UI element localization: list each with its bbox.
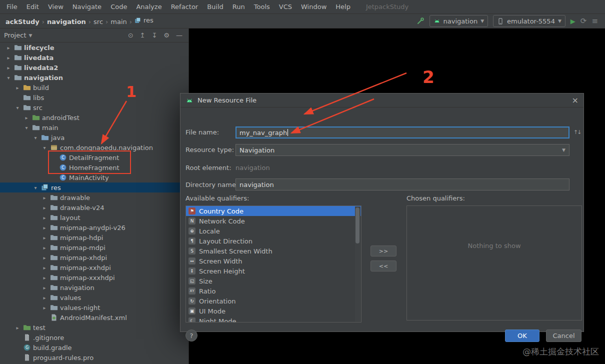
tree-row-src[interactable]: ▾src bbox=[0, 102, 188, 112]
directory-name-input[interactable]: navigation bbox=[236, 178, 570, 190]
scrollbar-thumb[interactable] bbox=[356, 208, 360, 244]
tree-row-mipmap-hdpi[interactable]: ▸mipmap-hdpi bbox=[0, 232, 188, 242]
wrench-icon[interactable] bbox=[416, 17, 424, 25]
tree-row-mipmap-xhdpi[interactable]: ▸mipmap-xhdpi bbox=[0, 252, 188, 262]
qualifier-item-screen-width[interactable]: ↔Screen Width bbox=[186, 256, 361, 266]
tree-row-libs[interactable]: libs bbox=[0, 92, 188, 102]
qualifier-item-ratio[interactable]: XYRatio bbox=[186, 286, 361, 296]
qualifier-item-layout-direction[interactable]: ¶Layout Direction bbox=[186, 236, 361, 246]
tree-row-java[interactable]: ▾java bbox=[0, 132, 188, 142]
qualifier-item-smallest-screen-width[interactable]: SSmallest Screen Width bbox=[186, 246, 361, 256]
chevron-right-icon[interactable]: ▸ bbox=[13, 325, 22, 330]
breadcrumb-item-ackstudy[interactable]: ackStudy bbox=[4, 18, 41, 26]
tree-row-drawable[interactable]: ▸drawable bbox=[0, 192, 188, 202]
menu-item-edit[interactable]: Edit bbox=[22, 3, 44, 10]
ok-button[interactable]: OK bbox=[505, 330, 540, 342]
qualifier-item-country-code[interactable]: ⚑Country Code bbox=[186, 206, 361, 216]
tree-row-mipmap-xxhdpi[interactable]: ▸mipmap-xxhdpi bbox=[0, 262, 188, 272]
qualifier-item-orientation[interactable]: ↻Orientation bbox=[186, 296, 361, 306]
chevron-down-icon[interactable]: ▾ bbox=[40, 145, 49, 150]
breadcrumb-item-src[interactable]: src bbox=[92, 18, 104, 26]
qualifier-item-locale[interactable]: ⊕Locale bbox=[186, 226, 361, 236]
tree-row-layout[interactable]: ▸layout bbox=[0, 212, 188, 222]
settings-gear-icon[interactable]: ⚙ bbox=[164, 32, 170, 39]
chevron-down-icon[interactable]: ▼ bbox=[28, 33, 32, 38]
menu-item-build[interactable]: Build bbox=[202, 3, 228, 10]
tree-row-drawable-v24[interactable]: ▸drawable-v24 bbox=[0, 202, 188, 212]
locate-file-icon[interactable]: ⊙ bbox=[128, 32, 134, 39]
chevron-right-icon[interactable]: ▸ bbox=[40, 305, 49, 310]
chevron-right-icon[interactable]: ▸ bbox=[40, 285, 49, 290]
chevron-right-icon[interactable]: ▸ bbox=[4, 55, 13, 60]
profiler-icon[interactable]: ≡ bbox=[592, 16, 598, 26]
hide-panel-icon[interactable]: — bbox=[176, 32, 182, 39]
tree-row-res[interactable]: ▾res bbox=[0, 182, 188, 192]
menu-item-navigate[interactable]: Navigate bbox=[68, 3, 106, 10]
chevron-right-icon[interactable]: ▸ bbox=[40, 205, 49, 210]
tree-row-values-night[interactable]: ▸values-night bbox=[0, 302, 188, 312]
tree-row-.gitignore[interactable]: .gitignore bbox=[0, 332, 188, 342]
run-config-select[interactable]: navigation ▼ bbox=[430, 15, 488, 27]
tree-row-main[interactable]: ▾main bbox=[0, 122, 188, 132]
menu-item-code[interactable]: Code bbox=[106, 3, 132, 10]
chevron-right-icon[interactable]: ▸ bbox=[13, 85, 22, 90]
file-name-input[interactable]: my_nav_graph bbox=[236, 126, 570, 138]
help-button[interactable]: ? bbox=[186, 330, 198, 342]
chevron-right-icon[interactable]: ▸ bbox=[40, 215, 49, 220]
chevron-right-icon[interactable]: ▸ bbox=[4, 65, 13, 70]
chevron-right-icon[interactable]: ▸ bbox=[40, 265, 49, 270]
qualifier-item-size[interactable]: ◱Size bbox=[186, 276, 361, 286]
breadcrumb-item-navigation[interactable]: navigation bbox=[46, 18, 88, 26]
project-title[interactable]: Project bbox=[4, 32, 26, 39]
chevron-right-icon[interactable]: ▸ bbox=[40, 245, 49, 250]
menu-item-refactor[interactable]: Refactor bbox=[166, 3, 203, 10]
tree-row-test[interactable]: ▸test bbox=[0, 322, 188, 332]
tree-row-HomeFragment[interactable]: CHomeFragment bbox=[0, 162, 188, 172]
chevron-right-icon[interactable]: ▸ bbox=[4, 45, 13, 50]
tree-row-AndroidManifest.xml[interactable]: AndroidManifest.xml bbox=[0, 312, 188, 322]
cancel-button[interactable]: Cancel bbox=[546, 330, 582, 342]
tree-row-livedata2[interactable]: ▸livedata2 bbox=[0, 62, 188, 72]
tree-row-androidTest[interactable]: ▸androidTest bbox=[0, 112, 188, 122]
tree-row-mipmap-mdpi[interactable]: ▸mipmap-mdpi bbox=[0, 242, 188, 252]
collapse-all-icon[interactable]: ↧ bbox=[152, 32, 157, 39]
menu-item-tools[interactable]: Tools bbox=[250, 3, 274, 10]
qualifier-item-screen-height[interactable]: ↕Screen Height bbox=[186, 266, 361, 276]
tree-row-lifecycle[interactable]: ▸lifecycle bbox=[0, 42, 188, 52]
restart-icon[interactable]: ⟳ bbox=[580, 16, 587, 26]
tree-row-DetailFragment[interactable]: CDetailFragment bbox=[0, 152, 188, 162]
chevron-right-icon[interactable]: ▸ bbox=[40, 275, 49, 280]
chevron-down-icon[interactable]: ▾ bbox=[31, 185, 40, 190]
tree-row-navigation[interactable]: ▾navigation bbox=[0, 72, 188, 82]
tree-row-build.gradle[interactable]: Gbuild.gradle bbox=[0, 342, 188, 352]
chevron-right-icon[interactable]: ▸ bbox=[22, 115, 31, 120]
menu-item-run[interactable]: Run bbox=[228, 3, 250, 10]
chevron-right-icon[interactable]: ▸ bbox=[40, 235, 49, 240]
tree-row-mipmap-xxxhdpi[interactable]: ▸mipmap-xxxhdpi bbox=[0, 272, 188, 282]
run-button[interactable]: ▶ bbox=[570, 18, 576, 25]
breadcrumb-item-res[interactable]: res bbox=[133, 16, 155, 24]
sort-icon[interactable]: ↑↓ bbox=[574, 129, 580, 136]
tree-row-mipmap-anydpi-v26[interactable]: ▸mipmap-anydpi-v26 bbox=[0, 222, 188, 232]
tree-row-proguard-rules.pro[interactable]: proguard-rules.pro bbox=[0, 352, 188, 362]
breadcrumb-item-main[interactable]: main bbox=[109, 18, 128, 26]
menu-item-analyze[interactable]: Analyze bbox=[132, 3, 166, 10]
chevron-right-icon[interactable]: ▸ bbox=[40, 225, 49, 230]
qualifier-item-network-code[interactable]: NNetwork Code bbox=[186, 216, 361, 226]
device-select[interactable]: emulator-5554 ▼ bbox=[493, 15, 566, 27]
qualifier-item-night-mode[interactable]: ☾Night Mode bbox=[186, 316, 361, 322]
chevron-down-icon[interactable]: ▾ bbox=[13, 105, 22, 110]
close-icon[interactable]: × bbox=[572, 96, 578, 105]
move-left-button[interactable]: << bbox=[370, 260, 396, 272]
chevron-right-icon[interactable]: ▸ bbox=[40, 195, 49, 200]
tree-row-livedata[interactable]: ▸livedata bbox=[0, 52, 188, 62]
tree-row-build[interactable]: ▸build bbox=[0, 82, 188, 92]
expand-all-icon[interactable]: ↥ bbox=[140, 32, 146, 39]
chevron-down-icon[interactable]: ▾ bbox=[31, 135, 40, 140]
menu-item-window[interactable]: Window bbox=[296, 3, 331, 10]
menu-item-help[interactable]: Help bbox=[331, 3, 355, 10]
menu-item-view[interactable]: View bbox=[44, 3, 68, 10]
tree-row-MainActivity[interactable]: CMainActivity bbox=[0, 172, 188, 182]
move-right-button[interactable]: >> bbox=[370, 246, 396, 256]
scrollbar[interactable] bbox=[355, 206, 360, 322]
